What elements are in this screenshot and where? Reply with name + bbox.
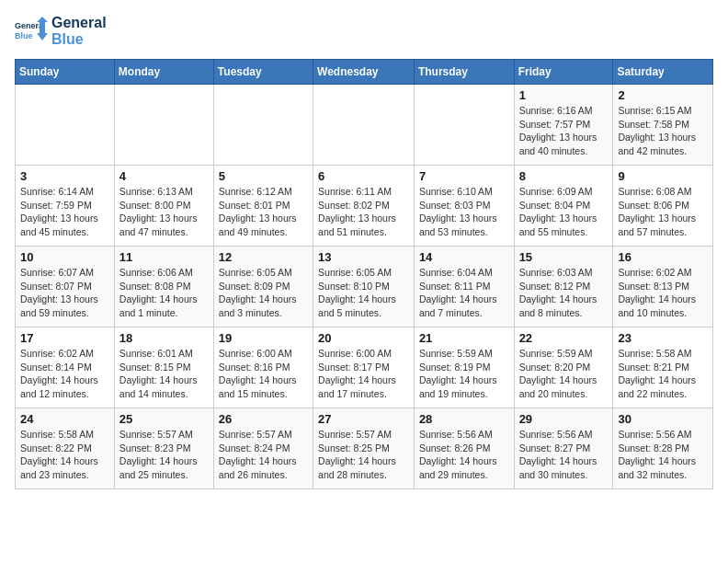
day-number: 3 xyxy=(20,169,109,183)
calendar-cell: 28Sunrise: 5:56 AM Sunset: 8:26 PM Dayli… xyxy=(414,408,514,489)
day-number: 18 xyxy=(119,331,209,345)
day-info: Sunrise: 6:08 AM Sunset: 8:06 PM Dayligh… xyxy=(618,185,708,239)
day-number: 4 xyxy=(119,169,209,183)
day-info: Sunrise: 5:59 AM Sunset: 8:19 PM Dayligh… xyxy=(419,347,509,401)
day-info: Sunrise: 6:00 AM Sunset: 8:16 PM Dayligh… xyxy=(219,347,308,401)
calendar-cell: 30Sunrise: 5:56 AM Sunset: 8:28 PM Dayli… xyxy=(613,408,713,489)
day-number: 10 xyxy=(20,250,109,264)
weekday-header-row: SundayMondayTuesdayWednesdayThursdayFrid… xyxy=(16,60,713,85)
day-info: Sunrise: 6:01 AM Sunset: 8:15 PM Dayligh… xyxy=(119,347,209,401)
day-number: 24 xyxy=(20,412,109,426)
logo-svg: General Blue xyxy=(15,15,48,48)
day-info: Sunrise: 6:14 AM Sunset: 7:59 PM Dayligh… xyxy=(20,185,109,239)
calendar-cell: 16Sunrise: 6:02 AM Sunset: 8:13 PM Dayli… xyxy=(613,247,713,327)
day-number: 23 xyxy=(618,331,708,345)
day-info: Sunrise: 5:59 AM Sunset: 8:20 PM Dayligh… xyxy=(519,347,609,401)
day-info: Sunrise: 5:57 AM Sunset: 8:23 PM Dayligh… xyxy=(119,428,209,482)
weekday-header-friday: Friday xyxy=(514,60,613,85)
calendar-cell xyxy=(16,85,115,166)
day-info: Sunrise: 5:56 AM Sunset: 8:27 PM Dayligh… xyxy=(519,428,609,482)
day-info: Sunrise: 6:00 AM Sunset: 8:17 PM Dayligh… xyxy=(318,347,409,401)
day-info: Sunrise: 6:13 AM Sunset: 8:00 PM Dayligh… xyxy=(119,185,209,239)
day-info: Sunrise: 6:15 AM Sunset: 7:58 PM Dayligh… xyxy=(618,104,708,158)
day-number: 27 xyxy=(318,412,409,426)
weekday-header-monday: Monday xyxy=(114,60,213,85)
day-number: 8 xyxy=(519,169,609,183)
day-number: 17 xyxy=(20,331,109,345)
day-info: Sunrise: 6:02 AM Sunset: 8:13 PM Dayligh… xyxy=(618,266,708,320)
calendar-cell: 27Sunrise: 5:57 AM Sunset: 8:25 PM Dayli… xyxy=(313,408,415,489)
day-info: Sunrise: 5:58 AM Sunset: 8:22 PM Dayligh… xyxy=(20,428,109,482)
day-number: 30 xyxy=(618,412,708,426)
day-number: 1 xyxy=(519,88,609,102)
weekday-header-sunday: Sunday xyxy=(16,60,115,85)
day-info: Sunrise: 6:11 AM Sunset: 8:02 PM Dayligh… xyxy=(318,185,409,239)
day-number: 11 xyxy=(119,250,209,264)
calendar-cell: 13Sunrise: 6:05 AM Sunset: 8:10 PM Dayli… xyxy=(313,247,415,327)
svg-text:Blue: Blue xyxy=(15,31,33,40)
calendar-cell: 15Sunrise: 6:03 AM Sunset: 8:12 PM Dayli… xyxy=(514,247,613,327)
day-number: 25 xyxy=(119,412,209,426)
day-info: Sunrise: 6:12 AM Sunset: 8:01 PM Dayligh… xyxy=(219,185,308,239)
day-info: Sunrise: 5:57 AM Sunset: 8:25 PM Dayligh… xyxy=(318,428,409,482)
calendar-cell: 17Sunrise: 6:02 AM Sunset: 8:14 PM Dayli… xyxy=(16,327,115,408)
day-number: 15 xyxy=(519,250,609,264)
calendar-table: SundayMondayTuesdayWednesdayThursdayFrid… xyxy=(15,59,713,489)
logo: General Blue GeneralBlue xyxy=(15,15,107,48)
day-number: 21 xyxy=(419,331,509,345)
day-info: Sunrise: 6:06 AM Sunset: 8:08 PM Dayligh… xyxy=(119,266,209,320)
day-number: 13 xyxy=(318,250,409,264)
calendar-cell xyxy=(114,85,213,166)
weekday-header-thursday: Thursday xyxy=(414,60,514,85)
day-info: Sunrise: 6:07 AM Sunset: 8:07 PM Dayligh… xyxy=(20,266,109,320)
day-number: 9 xyxy=(618,169,708,183)
weekday-header-tuesday: Tuesday xyxy=(213,60,313,85)
day-number: 26 xyxy=(219,412,308,426)
calendar-cell: 25Sunrise: 5:57 AM Sunset: 8:23 PM Dayli… xyxy=(114,408,213,489)
calendar-cell: 6Sunrise: 6:11 AM Sunset: 8:02 PM Daylig… xyxy=(313,166,415,247)
day-number: 6 xyxy=(318,169,409,183)
day-info: Sunrise: 5:58 AM Sunset: 8:21 PM Dayligh… xyxy=(618,347,708,401)
day-info: Sunrise: 5:56 AM Sunset: 8:28 PM Dayligh… xyxy=(618,428,708,482)
day-info: Sunrise: 6:09 AM Sunset: 8:04 PM Dayligh… xyxy=(519,185,609,239)
day-number: 2 xyxy=(618,88,708,102)
day-info: Sunrise: 6:05 AM Sunset: 8:09 PM Dayligh… xyxy=(219,266,308,320)
day-number: 29 xyxy=(519,412,609,426)
day-number: 16 xyxy=(618,250,708,264)
calendar-cell: 26Sunrise: 5:57 AM Sunset: 8:24 PM Dayli… xyxy=(213,408,313,489)
calendar-week-row: 3Sunrise: 6:14 AM Sunset: 7:59 PM Daylig… xyxy=(16,166,713,247)
calendar-week-row: 10Sunrise: 6:07 AM Sunset: 8:07 PM Dayli… xyxy=(16,247,713,327)
calendar-cell: 12Sunrise: 6:05 AM Sunset: 8:09 PM Dayli… xyxy=(213,247,313,327)
day-info: Sunrise: 6:05 AM Sunset: 8:10 PM Dayligh… xyxy=(318,266,409,320)
calendar-cell: 23Sunrise: 5:58 AM Sunset: 8:21 PM Dayli… xyxy=(613,327,713,408)
calendar-cell: 24Sunrise: 5:58 AM Sunset: 8:22 PM Dayli… xyxy=(16,408,115,489)
calendar-cell: 10Sunrise: 6:07 AM Sunset: 8:07 PM Dayli… xyxy=(16,247,115,327)
day-number: 12 xyxy=(219,250,308,264)
calendar-cell: 8Sunrise: 6:09 AM Sunset: 8:04 PM Daylig… xyxy=(514,166,613,247)
calendar-cell: 11Sunrise: 6:06 AM Sunset: 8:08 PM Dayli… xyxy=(114,247,213,327)
calendar-cell: 18Sunrise: 6:01 AM Sunset: 8:15 PM Dayli… xyxy=(114,327,213,408)
calendar-cell xyxy=(414,85,514,166)
calendar-cell: 2Sunrise: 6:15 AM Sunset: 7:58 PM Daylig… xyxy=(613,85,713,166)
day-number: 7 xyxy=(419,169,509,183)
day-number: 28 xyxy=(419,412,509,426)
calendar-cell: 3Sunrise: 6:14 AM Sunset: 7:59 PM Daylig… xyxy=(16,166,115,247)
page-header: General Blue GeneralBlue xyxy=(15,15,713,48)
day-number: 19 xyxy=(219,331,308,345)
logo-text: GeneralBlue xyxy=(51,15,107,47)
day-info: Sunrise: 6:02 AM Sunset: 8:14 PM Dayligh… xyxy=(20,347,109,401)
calendar-cell xyxy=(313,85,415,166)
day-number: 5 xyxy=(219,169,308,183)
day-info: Sunrise: 6:04 AM Sunset: 8:11 PM Dayligh… xyxy=(419,266,509,320)
calendar-cell: 21Sunrise: 5:59 AM Sunset: 8:19 PM Dayli… xyxy=(414,327,514,408)
calendar-cell: 22Sunrise: 5:59 AM Sunset: 8:20 PM Dayli… xyxy=(514,327,613,408)
calendar-cell: 7Sunrise: 6:10 AM Sunset: 8:03 PM Daylig… xyxy=(414,166,514,247)
day-number: 20 xyxy=(318,331,409,345)
calendar-cell xyxy=(213,85,313,166)
day-info: Sunrise: 6:10 AM Sunset: 8:03 PM Dayligh… xyxy=(419,185,509,239)
calendar-cell: 29Sunrise: 5:56 AM Sunset: 8:27 PM Dayli… xyxy=(514,408,613,489)
weekday-header-saturday: Saturday xyxy=(613,60,713,85)
calendar-cell: 4Sunrise: 6:13 AM Sunset: 8:00 PM Daylig… xyxy=(114,166,213,247)
calendar-cell: 9Sunrise: 6:08 AM Sunset: 8:06 PM Daylig… xyxy=(613,166,713,247)
calendar-cell: 14Sunrise: 6:04 AM Sunset: 8:11 PM Dayli… xyxy=(414,247,514,327)
